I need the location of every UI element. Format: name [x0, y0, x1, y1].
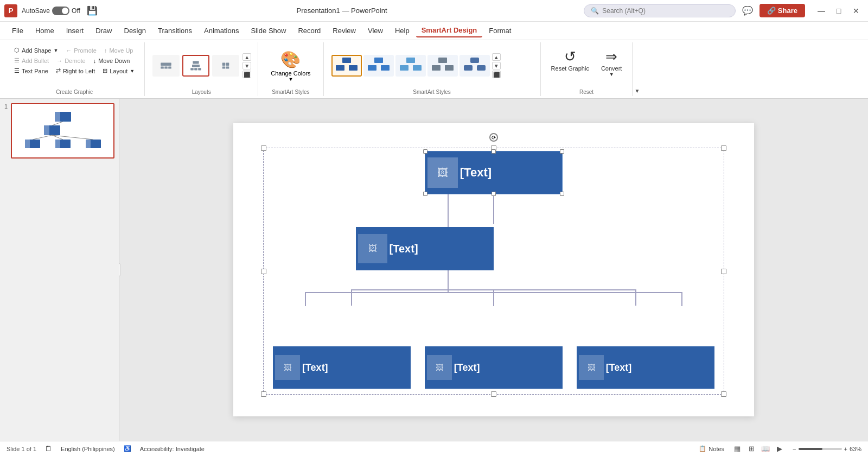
- handle-bottom-left[interactable]: [261, 391, 266, 397]
- styles-scroll-up[interactable]: ▲: [492, 53, 501, 61]
- demote-button[interactable]: → Demote: [53, 56, 89, 65]
- menu-smartart-design[interactable]: SmartArt Design: [416, 24, 483, 37]
- menu-help[interactable]: Help: [390, 24, 415, 37]
- move-up-label: Move Up: [109, 47, 133, 54]
- menu-draw[interactable]: Draw: [90, 24, 117, 37]
- layout-item-3[interactable]: [212, 55, 239, 77]
- box-bc-text[interactable]: [Text]: [454, 362, 480, 373]
- menu-design[interactable]: Design: [119, 24, 151, 37]
- layouts-scroll-up[interactable]: ▲: [242, 53, 251, 61]
- image-placeholder-icon-mid: 🖼: [368, 244, 377, 254]
- smartart-style-3[interactable]: [395, 55, 426, 77]
- smartart-box-middle[interactable]: 🖼 [Text]: [356, 227, 494, 270]
- move-down-button[interactable]: ↓ Move Down: [90, 56, 133, 65]
- layout-mini-1: [161, 62, 171, 68]
- menu-insert[interactable]: Insert: [61, 24, 90, 37]
- handle-middle-left[interactable]: [261, 269, 266, 274]
- box-br-image: 🖼: [579, 355, 604, 380]
- menu-transitions[interactable]: Transitions: [152, 24, 197, 37]
- reading-view-button[interactable]: 📖: [759, 444, 772, 454]
- zoom-in-button[interactable]: +: [844, 446, 847, 452]
- minimize-button[interactable]: —: [814, 3, 829, 18]
- add-bullet-label: Add Bullet: [22, 58, 49, 64]
- add-bullet-button[interactable]: ☰ Add Bullet: [11, 56, 52, 65]
- right-to-left-button[interactable]: ⇄ Right to Left: [53, 66, 98, 75]
- box-top-text[interactable]: [Text]: [460, 166, 492, 180]
- smartart-styles-group-label: SmartArt Styles: [330, 87, 534, 96]
- smartart-style-4[interactable]: [427, 55, 458, 77]
- demote-label: Demote: [65, 58, 86, 64]
- add-shape-button[interactable]: ⬡ Add Shape ▼: [11, 46, 61, 55]
- slide-sorter-button[interactable]: ⊞: [745, 444, 758, 454]
- menu-file[interactable]: File: [7, 24, 29, 37]
- handle-top-right[interactable]: [721, 145, 726, 151]
- layout-item-1[interactable]: [152, 55, 180, 77]
- move-up-icon: ↑: [104, 47, 107, 54]
- handle-top-left[interactable]: [261, 145, 266, 151]
- box-mid-text[interactable]: [Text]: [390, 243, 418, 255]
- menu-animations[interactable]: Animations: [199, 24, 244, 37]
- zoom-slider[interactable]: [799, 448, 842, 450]
- comment-button[interactable]: 💬: [740, 3, 755, 18]
- autosave-toggle[interactable]: [52, 7, 69, 15]
- maximize-button[interactable]: □: [831, 3, 846, 18]
- handle-bottom-right[interactable]: [721, 391, 726, 397]
- box-handle-tr[interactable]: [560, 149, 564, 154]
- layouts-expand[interactable]: ⬛: [242, 71, 251, 78]
- box-handle-bl[interactable]: [423, 192, 427, 196]
- smartart-style-2[interactable]: [363, 55, 394, 77]
- move-up-button[interactable]: ↑ Move Up: [101, 46, 137, 55]
- change-colors-button[interactable]: 🎨 Change Colors ▼: [265, 47, 316, 87]
- autosave-label: AutoSave: [22, 7, 50, 15]
- accessibility-icon: ♿: [124, 445, 131, 452]
- notes-button[interactable]: 📋 Notes: [699, 445, 724, 452]
- close-button[interactable]: ✕: [848, 3, 864, 18]
- slide-canvas[interactable]: ⟳: [233, 123, 754, 416]
- zoom-out-button[interactable]: −: [793, 446, 796, 452]
- convert-button[interactable]: ⇒ Convert ▼: [597, 46, 626, 80]
- menu-record[interactable]: Record: [292, 24, 326, 37]
- box-bl-text[interactable]: [Text]: [302, 362, 328, 373]
- styles-scroll-down[interactable]: ▼: [492, 62, 501, 69]
- handle-bottom-center[interactable]: [491, 391, 496, 397]
- box-handle-tl[interactable]: [423, 149, 427, 154]
- svg-rect-20: [25, 140, 30, 148]
- notes-label: Notes: [709, 446, 724, 452]
- rotate-handle[interactable]: ⟳: [489, 133, 498, 142]
- normal-view-button[interactable]: ▦: [731, 444, 744, 454]
- styles-expand[interactable]: ⬛: [492, 71, 501, 78]
- smartart-box-bottom-left[interactable]: 🖼 [Text]: [273, 346, 411, 389]
- box-handle-bc[interactable]: [492, 192, 496, 196]
- search-input[interactable]: [602, 7, 711, 15]
- smartart-style-1[interactable]: [331, 55, 362, 77]
- search-bar[interactable]: 🔍: [584, 4, 736, 17]
- smartart-box-bottom-right[interactable]: 🖼 [Text]: [577, 346, 714, 389]
- layout-button[interactable]: ⊞ Layout ▼: [99, 66, 138, 75]
- handle-middle-right[interactable]: [721, 269, 726, 274]
- menu-slideshow[interactable]: Slide Show: [245, 24, 291, 37]
- menu-home[interactable]: Home: [30, 24, 60, 37]
- smartart-style-5[interactable]: [459, 55, 490, 77]
- create-graphic-label: Create Graphic: [11, 87, 138, 96]
- box-handle-tc[interactable]: [492, 149, 496, 154]
- share-button[interactable]: 🔗 Share: [760, 4, 805, 17]
- box-handle-br[interactable]: [560, 192, 564, 196]
- menu-format[interactable]: Format: [483, 24, 516, 37]
- smartart-box-bottom-center[interactable]: 🖼 [Text]: [425, 346, 563, 389]
- collapse-panel-button[interactable]: ‹: [119, 263, 120, 276]
- layout-item-2[interactable]: [182, 55, 209, 77]
- menu-view[interactable]: View: [362, 24, 388, 37]
- smartart-box-top[interactable]: 🖼 [Text]: [425, 151, 563, 194]
- convert-icon: ⇒: [605, 48, 617, 65]
- ribbon-expand-button[interactable]: ▼: [633, 88, 641, 94]
- layouts-scroll-down[interactable]: ▼: [242, 62, 251, 69]
- slideshow-button[interactable]: ▶: [773, 444, 786, 454]
- text-pane-button[interactable]: ☰ Text Pane: [11, 66, 52, 75]
- menu-review[interactable]: Review: [327, 24, 361, 37]
- box-br-text[interactable]: [Text]: [606, 362, 632, 373]
- save-button[interactable]: 💾: [85, 3, 100, 18]
- slide-thumbnail-1[interactable]: [11, 103, 114, 159]
- promote-button[interactable]: ← Promote: [62, 46, 100, 55]
- move-down-icon: ↓: [93, 58, 97, 64]
- reset-graphic-button[interactable]: ↺ Reset Graphic: [547, 46, 593, 74]
